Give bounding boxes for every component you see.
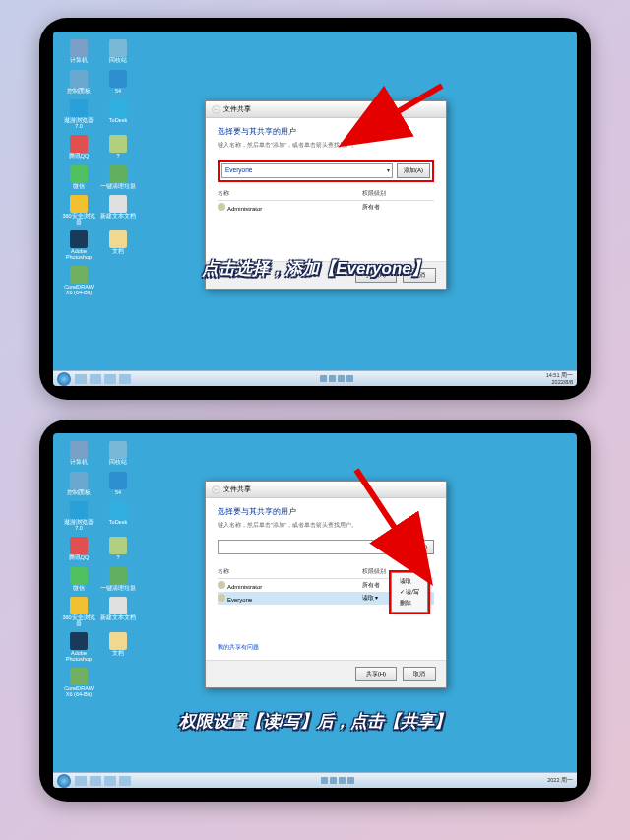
taskbar-pinned[interactable]	[75, 776, 131, 786]
tablet-top: 计算机回收站控制面板54遨游浏览器7.0ToDesk腾讯QQ?微信一键清理垃圾3…	[39, 18, 591, 400]
desktop-icon[interactable]: 一键清理垃圾	[100, 165, 136, 190]
desktop-icon[interactable]: 54	[100, 70, 136, 95]
taskbar[interactable]: 2022 周一	[53, 772, 577, 788]
dialog-titlebar: ← 文件共享	[206, 482, 446, 498]
desktop-icon[interactable]: 360安全浏览器	[61, 195, 96, 225]
desktop-icon[interactable]: Adobe Photoshop	[61, 632, 96, 662]
taskbar-clock[interactable]: 14:51 周一 2022/8/8	[546, 372, 573, 384]
perm-option[interactable]: 读取	[398, 576, 421, 587]
desktop-icon[interactable]: ToDesk	[100, 501, 136, 531]
add-button[interactable]: 添加(A)	[401, 540, 434, 554]
system-tray[interactable]	[321, 777, 354, 784]
start-button[interactable]	[57, 774, 71, 788]
user-dropdown[interactable]: Everyone	[221, 163, 393, 178]
desktop-icon[interactable]: 控制面板	[61, 472, 96, 496]
desktop-icon[interactable]: ?	[100, 537, 136, 561]
col-name: 名称	[218, 567, 362, 576]
desktop-icon[interactable]: 文档	[100, 230, 136, 260]
dialog-title-text: 文件共享	[223, 485, 251, 494]
dialog-subheading: 键入名称，然后单击"添加"，或者单击箭头查找用户。	[218, 141, 434, 150]
desktop-icon[interactable]: 计算机	[61, 441, 96, 466]
desktop-icon[interactable]	[100, 266, 136, 295]
tablet-bottom: 计算机回收站控制面板54遨游浏览器7.0ToDesk腾讯QQ?微信一键清理垃圾3…	[39, 420, 591, 802]
desktop-icon[interactable]: ToDesk	[100, 99, 136, 129]
desktop-icon[interactable]: 计算机	[61, 39, 96, 64]
user-dropdown[interactable]	[218, 540, 397, 554]
user-input-row: Everyone 添加(A)	[218, 160, 434, 182]
dialog-heading: 选择要与其共享的用户	[218, 126, 434, 137]
desktop-icon[interactable]: ?	[100, 135, 136, 160]
desktop-icon-grid: 计算机回收站控制面板54遨游浏览器7.0ToDesk腾讯QQ?微信一键清理垃圾3…	[61, 39, 136, 295]
desktop-icon[interactable]: 腾讯QQ	[61, 537, 96, 561]
caption-top: 点击选择，添加【Everyone】	[202, 257, 428, 280]
dialog-titlebar: ← 文件共享	[206, 101, 446, 118]
user-list: 名称 权限级别 Administrator所有者	[218, 186, 434, 214]
taskbar-clock[interactable]: 2022 周一	[547, 777, 573, 783]
desktop-icon[interactable]: 控制面板	[61, 70, 96, 95]
desktop-icon-grid: 计算机回收站控制面板54遨游浏览器7.0ToDesk腾讯QQ?微信一键清理垃圾3…	[61, 441, 136, 697]
permission-menu[interactable]: 读取✓ 读/写 删除	[391, 572, 428, 613]
cancel-button[interactable]: 取消	[403, 667, 436, 681]
dialog-heading: 选择要与其共享的用户	[218, 506, 434, 517]
desktop-icon[interactable]: 54	[100, 472, 136, 496]
col-name: 名称	[218, 189, 362, 198]
caption-bottom: 权限设置【读/写】后，点击【共享】	[179, 710, 452, 733]
start-button[interactable]	[57, 372, 71, 386]
user-row[interactable]: Administrator所有者	[218, 201, 434, 214]
desktop-icon[interactable]: 微信	[61, 165, 96, 190]
desktop-icon[interactable]: 遨游浏览器7.0	[61, 501, 96, 531]
desktop-icon[interactable]: 腾讯QQ	[61, 135, 96, 160]
desktop-icon[interactable]: CorelDRAW X6 (64-Bit)	[61, 668, 96, 697]
desktop-icon[interactable]: 回收站	[100, 441, 136, 466]
desktop-icon[interactable]: CorelDRAW X6 (64-Bit)	[61, 266, 96, 295]
back-icon[interactable]: ←	[212, 485, 220, 494]
add-button[interactable]: 添加(A)	[397, 163, 430, 178]
desktop-icon[interactable]: 微信	[61, 567, 96, 592]
share-button[interactable]: 共享(H)	[355, 667, 397, 681]
desktop-screen: 计算机回收站控制面板54遨游浏览器7.0ToDesk腾讯QQ?微信一键清理垃圾3…	[53, 433, 577, 788]
perm-option[interactable]: 删除	[398, 598, 421, 609]
taskbar-pinned[interactable]	[75, 374, 131, 384]
desktop-icon[interactable]: Adobe Photoshop	[61, 230, 96, 260]
desktop-screen: 计算机回收站控制面板54遨游浏览器7.0ToDesk腾讯QQ?微信一键清理垃圾3…	[53, 32, 577, 386]
desktop-icon[interactable]: 文档	[100, 632, 136, 662]
taskbar[interactable]: 14:51 周一 2022/8/8	[53, 370, 577, 386]
desktop-icon[interactable]: 一键清理垃圾	[100, 567, 136, 592]
dialog-title-text: 文件共享	[223, 104, 251, 114]
dialog-subheading: 键入名称，然后单击"添加"，或者单击箭头查找用户。	[218, 521, 434, 530]
file-sharing-dialog: ← 文件共享 选择要与其共享的用户 键入名称，然后单击"添加"，或者单击箭头查找…	[205, 481, 447, 688]
desktop-icon[interactable]: 新建文本文档	[100, 597, 136, 626]
back-icon[interactable]: ←	[212, 105, 220, 114]
troubleshoot-link[interactable]: 我的共享有问题	[218, 639, 259, 656]
desktop-icon[interactable]: 360安全浏览器	[61, 597, 96, 626]
perm-option[interactable]: ✓ 读/写	[398, 587, 421, 598]
system-tray[interactable]	[320, 375, 353, 382]
col-perm: 权限级别	[362, 189, 434, 198]
desktop-icon[interactable]	[100, 668, 136, 697]
desktop-icon[interactable]: 回收站	[100, 39, 136, 64]
desktop-icon[interactable]: 新建文本文档	[100, 195, 136, 225]
desktop-icon[interactable]: 遨游浏览器7.0	[61, 99, 96, 129]
